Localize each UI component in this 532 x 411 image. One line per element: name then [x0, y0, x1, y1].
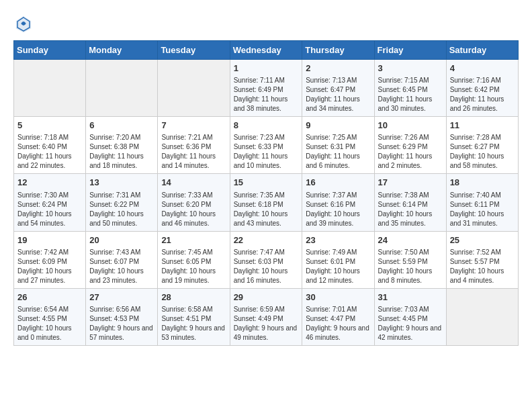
calendar-header-thursday: Thursday — [302, 41, 374, 60]
day-info: Sunrise: 7:18 AM Sunset: 6:40 PM Dayligh… — [17, 133, 82, 171]
day-info: Sunrise: 7:26 AM Sunset: 6:29 PM Dayligh… — [378, 133, 443, 171]
day-info: Sunrise: 7:38 AM Sunset: 6:14 PM Dayligh… — [378, 191, 443, 228]
day-number: 27 — [89, 291, 154, 304]
day-info: Sunrise: 7:30 AM Sunset: 6:24 PM Dayligh… — [17, 191, 82, 228]
calendar-week-row: 26Sunrise: 6:54 AM Sunset: 4:55 PM Dayli… — [14, 288, 519, 345]
day-info: Sunrise: 7:28 AM Sunset: 6:27 PM Dayligh… — [450, 133, 515, 171]
calendar-cell: 3Sunrise: 7:15 AM Sunset: 6:45 PM Daylig… — [374, 60, 446, 117]
day-info: Sunrise: 7:45 AM Sunset: 6:05 PM Dayligh… — [161, 248, 226, 285]
calendar-cell: 28Sunrise: 6:58 AM Sunset: 4:51 PM Dayli… — [158, 288, 230, 345]
calendar-cell — [14, 60, 86, 117]
calendar-cell: 12Sunrise: 7:30 AM Sunset: 6:24 PM Dayli… — [14, 174, 86, 231]
calendar-cell: 24Sunrise: 7:50 AM Sunset: 5:59 PM Dayli… — [374, 231, 446, 288]
calendar-table: SundayMondayTuesdayWednesdayThursdayFrid… — [13, 40, 519, 346]
day-info: Sunrise: 7:50 AM Sunset: 5:59 PM Dayligh… — [378, 248, 443, 285]
day-number: 25 — [450, 234, 515, 246]
calendar-header-sunday: Sunday — [14, 41, 86, 60]
calendar-cell: 14Sunrise: 7:33 AM Sunset: 6:20 PM Dayli… — [158, 174, 230, 231]
day-info: Sunrise: 6:59 AM Sunset: 4:49 PM Dayligh… — [234, 305, 299, 342]
day-number: 14 — [161, 177, 226, 189]
day-info: Sunrise: 6:54 AM Sunset: 4:55 PM Dayligh… — [17, 305, 82, 342]
day-number: 5 — [17, 120, 82, 132]
calendar-cell: 15Sunrise: 7:35 AM Sunset: 6:18 PM Dayli… — [230, 174, 302, 231]
calendar-header-wednesday: Wednesday — [230, 41, 302, 60]
day-number: 9 — [306, 120, 370, 132]
day-number: 16 — [306, 177, 370, 189]
day-number: 19 — [17, 234, 82, 246]
calendar-header-monday: Monday — [86, 41, 158, 60]
calendar-week-row: 12Sunrise: 7:30 AM Sunset: 6:24 PM Dayli… — [14, 174, 519, 231]
calendar-cell — [86, 60, 158, 117]
calendar-week-row: 1Sunrise: 7:11 AM Sunset: 6:49 PM Daylig… — [14, 60, 519, 117]
calendar-cell: 22Sunrise: 7:47 AM Sunset: 6:03 PM Dayli… — [230, 231, 302, 288]
calendar-cell: 23Sunrise: 7:49 AM Sunset: 6:01 PM Dayli… — [302, 231, 374, 288]
day-number: 13 — [89, 177, 154, 189]
calendar-header-friday: Friday — [374, 41, 446, 60]
day-number: 1 — [234, 62, 299, 75]
day-info: Sunrise: 7:16 AM Sunset: 6:42 PM Dayligh… — [450, 76, 515, 113]
calendar-cell: 13Sunrise: 7:31 AM Sunset: 6:22 PM Dayli… — [86, 174, 158, 231]
day-number: 4 — [450, 62, 515, 75]
day-info: Sunrise: 7:03 AM Sunset: 4:45 PM Dayligh… — [378, 305, 443, 342]
day-number: 12 — [17, 177, 82, 189]
day-number: 2 — [306, 62, 370, 75]
calendar-cell — [158, 60, 230, 117]
day-info: Sunrise: 7:47 AM Sunset: 6:03 PM Dayligh… — [234, 248, 299, 285]
day-info: Sunrise: 6:56 AM Sunset: 4:53 PM Dayligh… — [89, 305, 154, 342]
calendar-cell: 18Sunrise: 7:40 AM Sunset: 6:11 PM Dayli… — [446, 174, 518, 231]
calendar-cell: 16Sunrise: 7:37 AM Sunset: 6:16 PM Dayli… — [302, 174, 374, 231]
day-info: Sunrise: 7:13 AM Sunset: 6:47 PM Dayligh… — [306, 76, 370, 113]
calendar-header-saturday: Saturday — [446, 41, 518, 60]
day-info: Sunrise: 7:21 AM Sunset: 6:36 PM Dayligh… — [161, 133, 226, 171]
day-info: Sunrise: 7:31 AM Sunset: 6:22 PM Dayligh… — [89, 191, 154, 228]
day-info: Sunrise: 7:35 AM Sunset: 6:18 PM Dayligh… — [234, 191, 299, 228]
day-number: 11 — [450, 120, 515, 132]
day-info: Sunrise: 7:25 AM Sunset: 6:31 PM Dayligh… — [306, 133, 370, 171]
calendar-cell: 17Sunrise: 7:38 AM Sunset: 6:14 PM Dayli… — [374, 174, 446, 231]
calendar-cell: 11Sunrise: 7:28 AM Sunset: 6:27 PM Dayli… — [446, 117, 518, 174]
day-info: Sunrise: 7:42 AM Sunset: 6:09 PM Dayligh… — [17, 248, 82, 285]
day-info: Sunrise: 7:20 AM Sunset: 6:38 PM Dayligh… — [89, 133, 154, 171]
calendar-cell: 27Sunrise: 6:56 AM Sunset: 4:53 PM Dayli… — [86, 288, 158, 345]
calendar-cell: 1Sunrise: 7:11 AM Sunset: 6:49 PM Daylig… — [230, 60, 302, 117]
day-number: 7 — [161, 120, 226, 132]
calendar-header-row: SundayMondayTuesdayWednesdayThursdayFrid… — [14, 41, 519, 60]
day-number: 15 — [234, 177, 299, 189]
day-info: Sunrise: 7:52 AM Sunset: 5:57 PM Dayligh… — [450, 248, 515, 285]
day-number: 10 — [378, 120, 443, 132]
calendar-cell: 20Sunrise: 7:43 AM Sunset: 6:07 PM Dayli… — [86, 231, 158, 288]
day-number: 21 — [161, 234, 226, 246]
calendar-cell: 29Sunrise: 6:59 AM Sunset: 4:49 PM Dayli… — [230, 288, 302, 345]
logo — [13, 13, 36, 34]
calendar-cell: 25Sunrise: 7:52 AM Sunset: 5:57 PM Dayli… — [446, 231, 518, 288]
calendar-cell: 10Sunrise: 7:26 AM Sunset: 6:29 PM Dayli… — [374, 117, 446, 174]
day-info: Sunrise: 7:43 AM Sunset: 6:07 PM Dayligh… — [89, 248, 154, 285]
calendar-cell: 9Sunrise: 7:25 AM Sunset: 6:31 PM Daylig… — [302, 117, 374, 174]
day-number: 6 — [89, 120, 154, 132]
day-number: 20 — [89, 234, 154, 246]
day-number: 18 — [450, 177, 515, 189]
calendar-cell: 4Sunrise: 7:16 AM Sunset: 6:42 PM Daylig… — [446, 60, 518, 117]
calendar-cell: 7Sunrise: 7:21 AM Sunset: 6:36 PM Daylig… — [158, 117, 230, 174]
day-info: Sunrise: 6:58 AM Sunset: 4:51 PM Dayligh… — [161, 305, 226, 342]
day-info: Sunrise: 7:01 AM Sunset: 4:47 PM Dayligh… — [306, 305, 370, 342]
day-number: 29 — [234, 291, 299, 304]
calendar-cell: 19Sunrise: 7:42 AM Sunset: 6:09 PM Dayli… — [14, 231, 86, 288]
day-number: 23 — [306, 234, 370, 246]
day-number: 3 — [378, 62, 443, 75]
day-number: 17 — [378, 177, 443, 189]
calendar-cell — [446, 288, 518, 345]
calendar-cell: 30Sunrise: 7:01 AM Sunset: 4:47 PM Dayli… — [302, 288, 374, 345]
calendar-cell: 2Sunrise: 7:13 AM Sunset: 6:47 PM Daylig… — [302, 60, 374, 117]
day-info: Sunrise: 7:37 AM Sunset: 6:16 PM Dayligh… — [306, 191, 370, 228]
calendar-cell: 8Sunrise: 7:23 AM Sunset: 6:33 PM Daylig… — [230, 117, 302, 174]
day-number: 28 — [161, 291, 226, 304]
day-info: Sunrise: 7:33 AM Sunset: 6:20 PM Dayligh… — [161, 191, 226, 228]
calendar-cell: 6Sunrise: 7:20 AM Sunset: 6:38 PM Daylig… — [86, 117, 158, 174]
day-number: 31 — [378, 291, 443, 304]
day-number: 26 — [17, 291, 82, 304]
day-info: Sunrise: 7:11 AM Sunset: 6:49 PM Dayligh… — [234, 76, 299, 113]
day-number: 30 — [306, 291, 370, 304]
calendar-cell: 5Sunrise: 7:18 AM Sunset: 6:40 PM Daylig… — [14, 117, 86, 174]
day-info: Sunrise: 7:15 AM Sunset: 6:45 PM Dayligh… — [378, 76, 443, 113]
